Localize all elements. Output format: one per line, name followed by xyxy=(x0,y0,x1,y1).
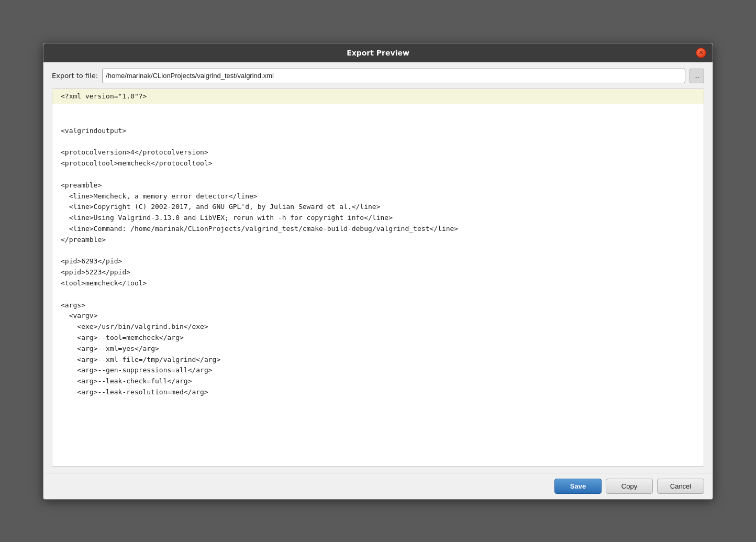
preview-content[interactable]: <?xml version="1.0"?> <valgrindoutput> <… xyxy=(52,89,704,466)
file-path-input[interactable] xyxy=(102,69,685,83)
first-line: <?xml version="1.0"?> xyxy=(52,89,704,104)
save-button[interactable]: Save xyxy=(554,479,602,494)
footer: Save Copy Cancel xyxy=(43,473,713,499)
title-bar: Export Preview ✕ xyxy=(43,43,713,62)
copy-button[interactable]: Copy xyxy=(606,479,653,494)
export-preview-dialog: Export Preview ✕ Export to file: ... <?x… xyxy=(43,43,713,500)
dialog-content: Export to file: ... <?xml version="1.0"?… xyxy=(43,62,713,473)
xml-body: <valgrindoutput> <protocolversion>4</pro… xyxy=(61,104,695,398)
browse-button[interactable]: ... xyxy=(690,69,704,83)
cancel-button[interactable]: Cancel xyxy=(657,479,704,494)
close-button[interactable]: ✕ xyxy=(696,48,706,58)
dialog-title: Export Preview xyxy=(60,49,696,57)
file-row: Export to file: ... xyxy=(52,69,704,83)
preview-area: <?xml version="1.0"?> <valgrindoutput> <… xyxy=(52,89,704,467)
file-label: Export to file: xyxy=(52,72,98,80)
